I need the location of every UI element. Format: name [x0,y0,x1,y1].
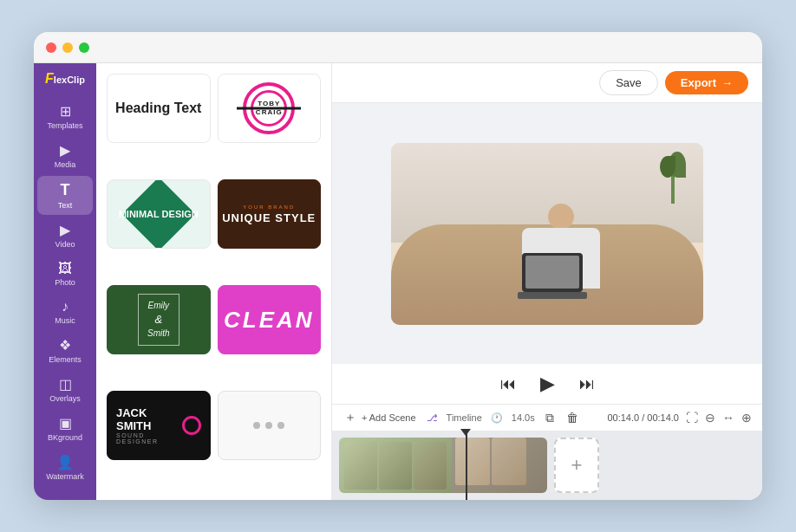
export-button[interactable]: Export → [665,71,748,94]
sidebar-label-media: Media [55,160,76,169]
emily-label: Emily&Smith [147,300,170,340]
sidebar-item-music[interactable]: ♪ Music [37,294,93,330]
sidebar-item-overlays[interactable]: ◫ Overlays [37,371,93,408]
minimal-design-label: MINIMAL DESIGN [119,208,199,220]
template-card-emily[interactable]: Emily&Smith [107,285,211,354]
sidebar-label-bkground: BKground [48,433,82,442]
clip-segment-1 [339,438,452,493]
clip-frames [344,442,447,490]
dot-1 [253,422,260,429]
timeline-branch-icon: ⎇ [427,412,438,424]
close-button[interactable] [46,42,56,53]
timeline-clip[interactable] [339,438,547,493]
sidebar-item-media[interactable]: ▶ Media [37,137,93,174]
minimize-button[interactable] [62,42,73,53]
sidebar-item-bkground[interactable]: ▣ BKground [37,410,93,447]
sidebar-label-video: Video [55,240,75,249]
head [548,204,574,230]
sidebar-label-overlays: Overlays [49,394,81,403]
logo-text: FlexClip [45,72,85,86]
template-card-jack[interactable]: JACK SMITH SOUND DESIGNER [107,391,211,460]
expand-button[interactable]: ⊕ [741,411,752,425]
maximize-button[interactable] [79,42,89,53]
main-area: Save Export → [332,63,762,500]
export-label: Export [681,76,716,89]
template-card-heading[interactable]: Heading Text [107,74,211,143]
sidebar-label-elements: Elements [49,355,82,364]
fit-screen-button[interactable]: ⛶ [686,411,698,425]
add-clip-icon: + [571,454,583,477]
sidebar-item-video[interactable]: ▶ Video [37,217,93,254]
timeline-clips-area: + [332,431,762,500]
delete-button[interactable]: 🗑 [564,409,580,426]
sidebar-item-templates[interactable]: ⊞ Templates [37,98,93,135]
sidebar-label-text: Text [58,201,73,210]
template-card-unique[interactable]: YOUR BRAND UNIQUE STYLE [218,179,322,249]
play-button[interactable]: ▶ [537,369,558,399]
timeline-right-controls: 00:14.0 / 00:14.0 ⛶ ⊖ ↔ ⊕ [607,411,752,425]
music-icon: ♪ [62,299,69,315]
add-clip-button[interactable]: + [554,438,599,493]
sidebar: FlexClip ⊞ Templates ▶ Media T Text ▶ Vi… [34,63,96,500]
templates-icon: ⊞ [60,103,71,120]
template-card-more[interactable] [218,391,322,460]
jack-name: JACK SMITH [116,406,182,432]
timeline-label: Timeline [447,412,482,423]
frame-2 [379,442,412,490]
jack-content: JACK SMITH SOUND DESIGNER [116,406,182,444]
playhead-triangle [460,429,471,436]
main-toolbar: Save Export → [332,63,762,103]
unique-supertitle: YOUR BRAND [243,204,295,210]
dot-3 [277,422,284,429]
person-figure [492,204,630,316]
jack-subtitle: SOUND DESIGNER [116,432,182,444]
app-body: FlexClip ⊞ Templates ▶ Media T Text ▶ Vi… [34,63,762,500]
sidebar-label-music: Music [55,316,75,325]
zoom-in-button[interactable]: ↔ [722,411,734,425]
save-button[interactable]: Save [599,70,658,95]
add-scene-label: + Add Scene [362,412,416,423]
dot-2 [265,422,272,429]
sidebar-item-elements[interactable]: ❖ Elements [37,332,93,369]
watermark-icon: 👤 [56,454,74,470]
frame-4 [455,438,490,485]
template-card-toby[interactable]: TOBYCRAIG [218,74,322,143]
media-icon: ▶ [60,142,70,159]
sidebar-label-watermark: Watermark [46,472,84,481]
timeline-bar: ＋ + Add Scene ⎇ Timeline 🕐 14.0s ⧉ 🗑 00:… [332,404,762,431]
sidebar-item-watermark[interactable]: 👤 Watermark [37,449,93,486]
template-card-clean[interactable]: CLEAN [218,285,322,354]
preview-area [332,103,762,364]
skip-back-button[interactable]: ⏮ [497,372,519,397]
add-scene-button[interactable]: ＋ + Add Scene [343,408,418,427]
title-bar [34,32,762,63]
playhead-line [466,431,467,500]
text-icon: T [61,181,70,199]
playback-controls: ⏮ ▶ ⏭ [332,364,762,404]
sidebar-label-templates: Templates [47,121,82,130]
jack-circle-icon [182,416,201,435]
overlays-icon: ◫ [59,376,72,393]
laptop-display [525,256,579,289]
logo: FlexClip [39,72,91,86]
sidebar-item-text[interactable]: T Text [37,176,93,215]
zoom-out-button[interactable]: ⊖ [705,411,715,425]
photo-icon: 🖼 [58,261,72,276]
plant [660,152,686,204]
export-arrow-icon: → [721,76,733,89]
timeline-duration: 14.0s [512,412,535,423]
time-display: 00:14.0 / 00:14.0 [607,412,679,423]
heading-text-label: Heading Text [115,101,201,116]
unique-style-label: UNIQUE STYLE [222,211,316,224]
video-frame [391,143,703,325]
bkground-icon: ▣ [59,415,72,431]
clean-label: CLEAN [224,307,315,334]
add-scene-icon: ＋ [344,410,356,424]
sidebar-item-photo[interactable]: 🖼 Photo [37,256,93,292]
app-window: FlexClip ⊞ Templates ▶ Media T Text ▶ Vi… [34,32,762,500]
skip-forward-button[interactable]: ⏭ [576,372,598,397]
sidebar-label-photo: Photo [55,278,75,287]
video-preview [391,143,703,325]
template-card-minimal[interactable]: MINIMAL DESIGN [107,179,211,249]
copy-button[interactable]: ⧉ [544,409,556,427]
